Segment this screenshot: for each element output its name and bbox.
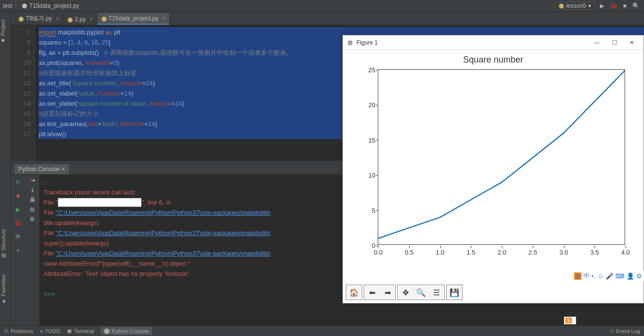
link-icon[interactable]: ⧉ xyxy=(30,206,34,213)
event-log-tool[interactable]: ◇Event Log xyxy=(610,328,640,334)
history-icon[interactable]: ⟳ xyxy=(13,231,23,242)
close-icon[interactable]: × xyxy=(90,16,93,23)
x-tick: 4.0 xyxy=(621,249,630,256)
editor-tab[interactable]: ⬤2.py× xyxy=(64,14,97,25)
stop-icon[interactable]: ■ xyxy=(13,191,23,201)
dropdown-icon: ⁝ xyxy=(573,317,575,324)
traceback-link[interactable]: "C:\Users\user\AppData\Roaming\Python\Py… xyxy=(56,209,271,216)
minimize-button[interactable]: — xyxy=(590,39,604,46)
window-title: Figure 1 xyxy=(356,39,378,46)
add-icon[interactable]: ＋ xyxy=(13,245,23,256)
run-config-label: lesson5 xyxy=(566,2,586,9)
terminal-tool[interactable]: ▣Terminal xyxy=(67,328,94,334)
line-gutter: 7891011121314151617 xyxy=(11,25,35,161)
python-file-icon: ⬤ xyxy=(18,16,24,21)
y-tick: 0 xyxy=(363,242,375,249)
close-icon[interactable]: × xyxy=(56,16,59,22)
editor-tab[interactable]: ⬤T15data_project.py× xyxy=(97,13,170,25)
search-icon[interactable]: 🔍 xyxy=(631,2,641,9)
console-toolbar-left: ↻ ■ ▶ 🐞 ⟳ ＋ xyxy=(11,175,25,325)
sogou-icon-small: S xyxy=(565,318,572,323)
chevron-right-icon: 〉 xyxy=(14,1,20,10)
ime-user-icon[interactable]: 👤 xyxy=(627,272,634,280)
settings-icon[interactable]: ⚙ xyxy=(30,216,35,223)
run-icon[interactable]: ▶ xyxy=(13,204,23,215)
python-icon: ⬤ xyxy=(559,3,564,8)
line-series xyxy=(378,70,625,244)
configure-icon[interactable]: ☰ xyxy=(429,285,444,300)
python-icon: ⬤ xyxy=(104,328,110,334)
editor-tabs: ⬤T9练习.py×⬤2.py×⬤T15data_project.py× xyxy=(0,12,644,25)
tab-label: T9练习.py xyxy=(26,15,52,23)
run-config-dropdown[interactable]: ⬤ lesson5 ▾ xyxy=(554,1,595,10)
structure-tool[interactable]: ▤ Structure xyxy=(0,226,6,262)
favorites-tool[interactable]: ★ Favorites xyxy=(0,272,6,307)
scroll-end-icon[interactable]: ⤓ xyxy=(30,187,35,193)
mpl-toolbar: 🏠 ⬅➡ ✥🔍☰ 💾 xyxy=(343,282,466,303)
traceback-link[interactable]: "C:\Users\user\AppData\Roaming\Python\Py… xyxy=(56,250,271,257)
pan-icon[interactable]: ✥ xyxy=(398,285,413,300)
figure-window[interactable]: ⊞ Figure 1 — ☐ ✕ Square number 051015202… xyxy=(342,35,644,304)
ime-emoji-icon[interactable]: ☺ xyxy=(597,272,604,280)
back-icon[interactable]: ⬅ xyxy=(364,285,380,300)
print-icon[interactable]: 🖶 xyxy=(30,196,35,203)
terminal-icon: ▣ xyxy=(67,328,72,334)
y-tick: 5 xyxy=(363,207,375,214)
close-icon[interactable]: × xyxy=(162,15,165,22)
console-toolbar-2: ⇥ ⤓ 🖶 ⧉ ⚙ xyxy=(25,175,40,325)
python-console-tab[interactable]: Python Console × xyxy=(15,164,69,174)
maximize-button[interactable]: ☐ xyxy=(608,39,621,46)
save-icon[interactable]: 💾 xyxy=(447,285,462,300)
todo-tool[interactable]: ≡TODO xyxy=(40,328,60,334)
traceback-link[interactable]: "C:\Users\user\AppData\Roaming\Python\Py… xyxy=(56,229,271,237)
window-titlebar[interactable]: ⊞ Figure 1 — ☐ ✕ xyxy=(343,35,644,50)
close-icon[interactable]: × xyxy=(62,166,65,173)
forward-icon[interactable]: ➡ xyxy=(380,285,395,300)
python-file-icon: ⬤ xyxy=(101,16,107,21)
tab-label: T15data_project.py xyxy=(109,15,159,22)
debug-icon[interactable]: 🐞 xyxy=(609,2,619,9)
breadcrumb: test 〉 ⬤ T15data_project.py xyxy=(3,1,554,10)
plot-area: Square number 05101520250.00.51.01.52.02… xyxy=(343,50,644,276)
top-toolbar: test 〉 ⬤ T15data_project.py ⬤ lesson5 ▾ … xyxy=(0,0,644,12)
left-tool-strip: ■ Project ▤ Structure ★ Favorites xyxy=(0,12,11,325)
app-icon: ⊞ xyxy=(348,39,353,46)
x-tick: 0.0 xyxy=(374,249,383,256)
ime-lang[interactable]: 中 xyxy=(583,272,590,280)
ime-keyboard-icon[interactable]: ⌨ xyxy=(615,272,625,280)
project-tool[interactable]: ■ Project xyxy=(0,16,6,47)
warning-icon: ⚠ xyxy=(4,328,9,334)
stop-icon[interactable]: ■ xyxy=(622,2,628,9)
rerun-icon[interactable]: ↻ xyxy=(13,177,23,188)
event-log-icon: ◇ xyxy=(610,328,614,334)
debug-icon[interactable]: 🐞 xyxy=(13,218,23,228)
editor-tab[interactable]: ⬤T9练习.py× xyxy=(15,13,64,25)
softwrap-icon[interactable]: ⇥ xyxy=(30,177,35,184)
ime-punct-icon[interactable]: •, xyxy=(592,272,596,280)
ime-toolbar[interactable]: S 中 •, ☺ 🎤 ⌨ 👤 ⚙ xyxy=(572,271,644,281)
y-tick: 15 xyxy=(363,136,375,144)
console-tab-label: Python Console xyxy=(18,166,60,173)
breadcrumb-file[interactable]: T15data_project.py xyxy=(29,2,79,9)
x-tick: 2.0 xyxy=(498,249,506,256)
x-tick: 3.5 xyxy=(590,249,599,256)
problems-tool[interactable]: ⚠Problems xyxy=(4,328,33,334)
x-tick: 0.5 xyxy=(405,249,414,256)
python-file-icon: ⬤ xyxy=(22,3,27,8)
y-tick: 25 xyxy=(363,66,375,74)
x-tick: 3.0 xyxy=(559,249,568,256)
python-console-tool[interactable]: ⬤Python Console xyxy=(101,327,152,335)
x-tick: 1.0 xyxy=(435,249,444,256)
ime-mic-icon[interactable]: 🎤 xyxy=(606,272,613,280)
x-tick: 2.5 xyxy=(529,249,537,256)
zoom-icon[interactable]: 🔍 xyxy=(413,285,429,300)
language-indicator[interactable]: S ⁝ xyxy=(564,317,576,324)
home-icon[interactable]: 🏠 xyxy=(346,285,362,300)
breadcrumb-root[interactable]: test xyxy=(3,2,12,9)
x-tick: 1.5 xyxy=(467,249,475,256)
ime-settings-icon[interactable]: ⚙ xyxy=(636,272,642,280)
sogou-icon[interactable]: S xyxy=(574,272,581,280)
close-button[interactable]: ✕ xyxy=(625,39,639,46)
run-icon[interactable]: ▶ xyxy=(598,2,606,9)
todo-icon: ≡ xyxy=(40,328,43,334)
